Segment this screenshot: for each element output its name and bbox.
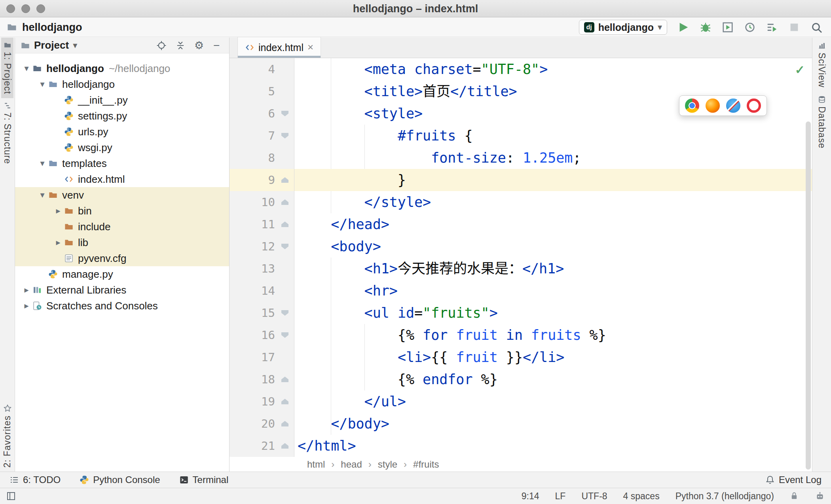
fold-down-icon[interactable] bbox=[281, 310, 288, 316]
caret-position[interactable]: 9:14 bbox=[522, 491, 539, 502]
tool-button-todo[interactable]: 6: TODO bbox=[9, 474, 61, 485]
code-area[interactable]: <meta charset="UTF-8"> <title>首页</title>… bbox=[294, 58, 812, 457]
tab-index-html[interactable]: index.html bbox=[237, 37, 321, 58]
chevron-right-icon[interactable] bbox=[21, 285, 32, 295]
firefox-browser-icon[interactable] bbox=[706, 99, 720, 113]
code-line-21[interactable]: </html> bbox=[294, 435, 812, 457]
main-toolbar: hellodjango dj hellodjango bbox=[0, 18, 831, 37]
code-line-19[interactable]: </ul> bbox=[294, 390, 812, 413]
toolbar-project-name: hellodjango bbox=[22, 21, 82, 34]
code-line-14[interactable]: <hr> bbox=[294, 280, 812, 302]
hide-panel-icon[interactable] bbox=[213, 40, 224, 51]
chevron-down-icon[interactable] bbox=[21, 63, 32, 74]
opera-browser-icon[interactable] bbox=[747, 99, 761, 113]
chevron-right-icon[interactable] bbox=[21, 301, 32, 311]
tree-item-pyvenv-cfg[interactable]: pyvenv.cfg bbox=[15, 250, 229, 266]
fold-up-icon[interactable] bbox=[281, 421, 288, 426]
chrome-browser-icon[interactable] bbox=[685, 99, 699, 113]
fold-down-icon[interactable] bbox=[281, 111, 288, 116]
tool-button-favorites[interactable]: 2: Favorites bbox=[1, 400, 13, 472]
tool-button-project[interactable]: 1: Project bbox=[1, 38, 13, 98]
editor-scrollbar[interactable] bbox=[806, 121, 811, 470]
tree-item-include[interactable]: include bbox=[15, 219, 229, 235]
chevron-right-icon[interactable] bbox=[53, 206, 63, 216]
code-line-16[interactable]: {% for fruit in fruits %} bbox=[294, 324, 812, 346]
tool-button-database[interactable]: Database bbox=[816, 91, 828, 152]
python-interpreter[interactable]: Python 3.7 (hellodjango) bbox=[675, 491, 774, 502]
tree-item-lib[interactable]: lib bbox=[15, 235, 229, 250]
tree-item-urls-py[interactable]: urls.py bbox=[15, 124, 229, 140]
code-line-12[interactable]: <body> bbox=[294, 235, 812, 258]
code-line-8[interactable]: font-size: 1.25em; bbox=[294, 147, 812, 169]
chevron-down-icon[interactable] bbox=[73, 40, 77, 51]
code-line-17[interactable]: <li>{{ fruit }}</li> bbox=[294, 346, 812, 368]
chevron-down-icon[interactable] bbox=[37, 190, 47, 200]
chevron-down-icon[interactable] bbox=[37, 79, 47, 89]
fold-down-icon[interactable] bbox=[281, 133, 288, 138]
tool-button-structure[interactable]: 7: Structure bbox=[1, 98, 13, 168]
tool-button-event-log[interactable]: Event Log bbox=[765, 474, 822, 485]
safari-browser-icon[interactable] bbox=[726, 99, 740, 113]
fold-up-icon[interactable] bbox=[281, 377, 288, 382]
tree-item-venv[interactable]: venv bbox=[15, 187, 229, 203]
tree-item-bin[interactable]: bin bbox=[15, 203, 229, 219]
run-anything-button[interactable] bbox=[766, 21, 778, 33]
code-line-7[interactable]: #fruits { bbox=[294, 125, 812, 147]
fold-down-icon[interactable] bbox=[281, 244, 288, 249]
highlighting-level-icon[interactable] bbox=[815, 491, 825, 501]
line-number: 9 bbox=[230, 173, 281, 187]
tree-item-manage-py[interactable]: manage.py bbox=[15, 266, 229, 282]
breadcrumb-html[interactable]: html bbox=[307, 459, 325, 470]
tree-item-scratches[interactable]: Scratches and Consoles bbox=[15, 298, 229, 314]
code-line-15[interactable]: <ul id="fruits"> bbox=[294, 302, 812, 324]
code-line-18[interactable]: {% endfor %} bbox=[294, 368, 812, 390]
fold-up-icon[interactable] bbox=[281, 199, 288, 205]
search-everywhere-button[interactable] bbox=[810, 21, 822, 33]
fold-up-icon[interactable] bbox=[281, 443, 288, 449]
code-line-11[interactable]: </head> bbox=[294, 213, 812, 235]
code-line-10[interactable]: </style> bbox=[294, 191, 812, 213]
run-configuration-select[interactable]: dj hellodjango bbox=[579, 20, 667, 35]
code-line-20[interactable]: </body> bbox=[294, 413, 812, 435]
tree-item-external-libraries[interactable]: External Libraries bbox=[15, 282, 229, 298]
fold-up-icon[interactable] bbox=[281, 399, 288, 404]
tree-item-project-root[interactable]: hellodjango ~/hellodjango bbox=[15, 61, 229, 76]
run-button[interactable] bbox=[677, 21, 689, 33]
code-line-4[interactable]: <meta charset="UTF-8"> bbox=[294, 58, 812, 80]
tree-item-hellodjango-package[interactable]: hellodjango bbox=[15, 76, 229, 92]
line-separator[interactable]: LF bbox=[555, 491, 566, 502]
open-in-browser-popup bbox=[679, 95, 767, 116]
code-line-9[interactable]: } bbox=[294, 169, 812, 191]
tree-item-templates[interactable]: templates bbox=[15, 155, 229, 171]
fold-up-icon[interactable] bbox=[281, 222, 288, 227]
breadcrumb-fruits[interactable]: #fruits bbox=[413, 459, 439, 470]
run-with-coverage-button[interactable] bbox=[722, 21, 734, 33]
project-panel-title[interactable]: Project bbox=[34, 39, 69, 51]
collapse-all-icon[interactable] bbox=[175, 40, 186, 51]
tool-button-python-console[interactable]: Python Console bbox=[80, 474, 160, 485]
indent-setting[interactable]: 4 spaces bbox=[623, 491, 660, 502]
file-encoding[interactable]: UTF-8 bbox=[581, 491, 607, 502]
breadcrumb-style[interactable]: style bbox=[378, 459, 397, 470]
fold-up-icon[interactable] bbox=[281, 177, 288, 183]
profiler-button[interactable] bbox=[744, 21, 756, 33]
tree-item-index-html[interactable]: index.html bbox=[15, 171, 229, 187]
tool-button-terminal[interactable]: Terminal bbox=[179, 474, 229, 485]
chevron-down-icon[interactable] bbox=[37, 158, 47, 169]
chevron-right-icon[interactable] bbox=[53, 237, 63, 248]
code-line-13[interactable]: <h1>今天推荐的水果是：</h1> bbox=[294, 258, 812, 280]
tree-item-settings-py[interactable]: settings.py bbox=[15, 108, 229, 124]
toolwindow-toggle-icon[interactable] bbox=[6, 491, 16, 501]
gear-icon[interactable] bbox=[194, 40, 205, 51]
tool-button-sciview[interactable]: SciView bbox=[816, 38, 828, 91]
stop-button[interactable] bbox=[788, 21, 800, 33]
breadcrumb-head[interactable]: head bbox=[341, 459, 362, 470]
tree-item-wsgi-py[interactable]: wsgi.py bbox=[15, 140, 229, 155]
tree-item-init-py[interactable]: __init__.py bbox=[15, 92, 229, 108]
close-tab-icon[interactable] bbox=[307, 43, 313, 52]
debug-button[interactable] bbox=[700, 21, 711, 33]
lock-icon[interactable] bbox=[790, 491, 799, 501]
fold-down-icon[interactable] bbox=[281, 332, 288, 338]
inspections-ok-icon[interactable] bbox=[795, 63, 805, 77]
locate-file-icon[interactable] bbox=[156, 40, 167, 51]
